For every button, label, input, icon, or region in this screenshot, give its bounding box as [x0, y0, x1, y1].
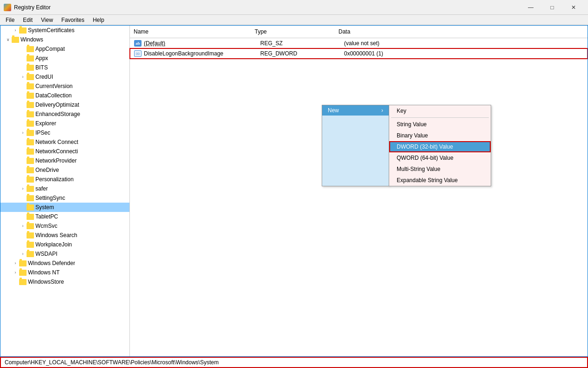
tree-label: NetworkProvider [35, 157, 77, 164]
row-name-default: (Default) [144, 39, 257, 48]
tree-item-datacollection[interactable]: › DataCollection [0, 91, 129, 100]
expand-icon[interactable]: › [12, 27, 19, 34]
submenu-item-key[interactable]: Key [389, 105, 491, 116]
tree-label: CredUI [35, 74, 53, 80]
tree-item-safer[interactable]: › safer [0, 184, 129, 193]
tree-item-networkprovider[interactable]: › NetworkProvider [0, 156, 129, 165]
folder-icon [27, 46, 34, 52]
folder-icon [27, 251, 34, 257]
folder-icon [19, 260, 27, 266]
menu-favorites[interactable]: Favorites [58, 16, 88, 24]
folder-icon [27, 65, 34, 71]
tree-item-credui[interactable]: › CredUI [0, 72, 129, 82]
row-type-default: REG_SZ [257, 39, 340, 48]
menu-view[interactable]: View [37, 16, 57, 24]
reg-value-icon: ab [134, 40, 142, 47]
table-row-default[interactable]: ab (Default) REG_SZ (value not set) [130, 38, 588, 48]
folder-icon [27, 102, 34, 108]
tree-item-networkconnect[interactable]: › Network Connect [0, 137, 129, 147]
tree-item-wsdapi[interactable]: › WSDAPI [0, 249, 129, 259]
tree-item-ipsec[interactable]: › IPSec [0, 128, 129, 137]
tree-item-wcmsvc[interactable]: › WcmSvc [0, 221, 129, 231]
tree-item-enhancedstorage[interactable]: › EnhancedStorage [0, 109, 129, 119]
tree-item-windowssearch[interactable]: › Windows Search [0, 231, 129, 240]
tree-label: WSDAPI [35, 251, 57, 257]
tree-item-explorer[interactable]: › Explorer [0, 119, 129, 128]
tree-item-windowsdefender[interactable]: › Windows Defender [0, 259, 129, 268]
tree-item-windowsstore[interactable]: › WindowsStore [0, 277, 129, 286]
tree-item-bits[interactable]: › BITS [0, 63, 129, 72]
menu-file[interactable]: File [2, 16, 18, 24]
tree-item-appx[interactable]: › Appx [0, 54, 129, 63]
expand-icon[interactable]: › [19, 250, 27, 258]
expand-icon[interactable]: › [19, 129, 27, 136]
tree-item-windows[interactable]: ∨ Windows [0, 35, 129, 44]
expand-icon[interactable]: › [12, 259, 19, 267]
tree-panel[interactable]: › SystemCertificates ∨ Windows › AppComp… [0, 26, 130, 356]
tree-label: Network Connect [35, 139, 78, 145]
row-data-default: (value not set) [340, 39, 588, 48]
table-row-disablelogon[interactable]: 00 DisableLogonBackgroundImage REG_DWORD… [130, 48, 588, 59]
tree-label: Explorer [35, 120, 56, 127]
submenu-arrow: › [381, 107, 383, 114]
tree-item-workplacejoin[interactable]: › WorkplaceJoin [0, 240, 129, 249]
tree-label: Personalization [35, 176, 74, 183]
expand-icon[interactable]: › [19, 73, 27, 81]
tree-label: Windows Search [35, 232, 77, 239]
submenu-item-string-value[interactable]: String Value [389, 119, 491, 130]
submenu-item-binary-value[interactable]: Binary Value [389, 130, 491, 141]
expand-icon[interactable]: ∨ [4, 36, 12, 43]
tree-item-currentversion[interactable]: › CurrentVersion [0, 82, 129, 91]
new-label: New [328, 107, 339, 114]
tree-label: Appx [35, 55, 48, 61]
folder-icon [27, 242, 34, 248]
folder-icon [27, 139, 34, 145]
folder-icon [27, 158, 34, 164]
submenu-item-multi-string[interactable]: Multi-String Value [389, 164, 491, 175]
menu-help[interactable]: Help [89, 16, 108, 24]
expand-icon[interactable]: › [19, 185, 27, 192]
tree-item-deliveryoptimizat[interactable]: › DeliveryOptimizat [0, 100, 129, 109]
col-name-header: Name [130, 27, 251, 36]
app-icon [4, 4, 11, 11]
tree-item-networkconnecti[interactable]: › NetworkConnecti [0, 147, 129, 156]
tree-item-windowsnt[interactable]: › Windows NT [0, 268, 129, 277]
tree-item-appcompat[interactable]: › AppCompat [0, 44, 129, 54]
tree-item-system[interactable]: › System [0, 203, 129, 212]
tree-label: BITS [35, 64, 48, 71]
new-menu[interactable]: New › [322, 105, 389, 186]
menu-separator [391, 117, 489, 118]
tree-label: WcmSvc [35, 223, 57, 229]
expand-icon[interactable]: › [19, 222, 27, 230]
new-menu-header[interactable]: New › [322, 105, 389, 116]
title-bar: Registry Editor — □ ✕ [0, 0, 588, 15]
table-header: Name Type Data [130, 26, 588, 38]
menu-edit[interactable]: Edit [19, 16, 36, 24]
status-bar: Computer\HKEY_LOCAL_MACHINE\SOFTWARE\Pol… [0, 357, 588, 368]
folder-icon [27, 204, 34, 211]
maximize-button[interactable]: □ [541, 2, 563, 13]
tree-item-personalization[interactable]: › Personalization [0, 175, 129, 184]
new-submenu: Key String Value Binary Value DWORD (32-… [389, 105, 491, 186]
tree-item-settingsync[interactable]: › SettingSync [0, 193, 129, 203]
submenu-item-qword-value[interactable]: QWORD (64-bit) Value [389, 152, 491, 164]
tree-label: IPSec [35, 129, 50, 136]
tree-item-onedrive[interactable]: › OneDrive [0, 165, 129, 175]
folder-icon [27, 74, 34, 80]
context-menu: New › Key String Value Binary Value DWOR… [322, 105, 491, 186]
window-title: Registry Editor [14, 4, 520, 11]
right-panel: Name Type Data ab (Default) REG_SZ (valu… [130, 26, 588, 356]
close-button[interactable]: ✕ [563, 2, 584, 13]
tree-label: DataCollection [35, 92, 72, 99]
tree-item-tabletpc[interactable]: › TabletPC [0, 212, 129, 221]
submenu-item-expandable-string[interactable]: Expandable String Value [389, 175, 491, 186]
expand-icon[interactable]: › [12, 269, 19, 276]
tree-label: OneDrive [35, 167, 59, 173]
tree-label: Windows [20, 36, 43, 43]
minimize-button[interactable]: — [520, 2, 541, 13]
tree-item-systemcerts[interactable]: › SystemCertificates [0, 26, 129, 35]
submenu-item-dword-value[interactable]: DWORD (32-bit) Value [389, 141, 491, 152]
folder-icon [27, 195, 34, 201]
row-name-disablelogon: DisableLogonBackgroundImage [144, 49, 257, 58]
menu-bar: File Edit View Favorites Help [0, 15, 588, 25]
